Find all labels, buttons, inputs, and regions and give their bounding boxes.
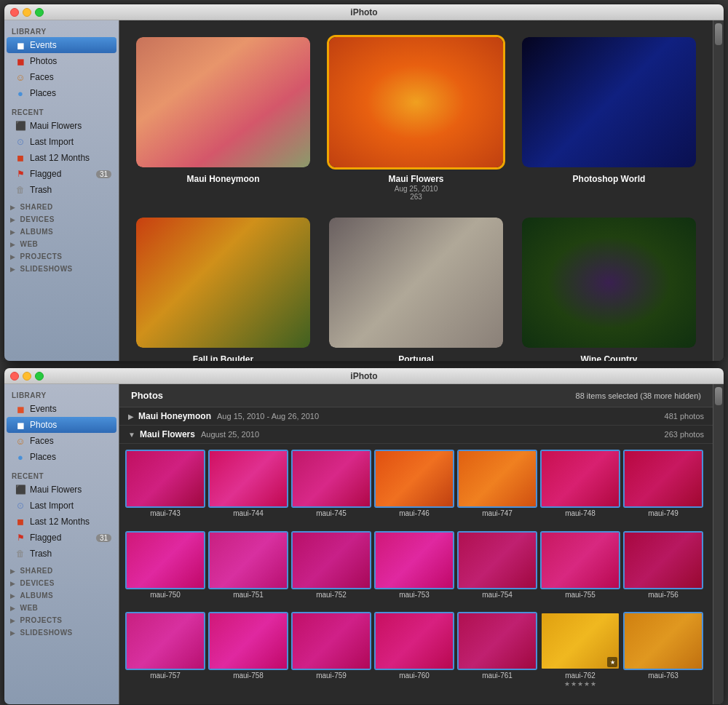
album-row-maui-flowers[interactable]: Maui Flowers August 25, 2010 263 photos	[119, 426, 713, 444]
photo-thumb-762[interactable]: ★ maui-762 ★ ★ ★ ★ ★	[540, 612, 620, 698]
flagged-badge-1: 31	[96, 170, 111, 178]
portugal-photo-img	[329, 218, 503, 348]
minimize-button-2[interactable]	[23, 372, 31, 381]
event-maui-flowers[interactable]: Maui Flowers Aug 25, 2010 263	[327, 35, 505, 201]
photos-icon-1: ◼	[15, 55, 26, 67]
album-count-honeymoon: 481 photos	[665, 412, 704, 421]
photo-label-756: maui-756	[648, 591, 678, 599]
photo-thumb-748[interactable]: maui-748	[540, 450, 620, 528]
photo-thumb-754[interactable]: maui-754	[457, 531, 537, 610]
minimize-button-1[interactable]	[23, 8, 31, 17]
events-grid: Maui Honeymoon Maui Flowers Aug 25, 2010…	[119, 20, 713, 361]
sidebar-item-events-2[interactable]: ◼ Events	[4, 401, 119, 417]
last-12-months-icon-1: ◼	[15, 152, 26, 164]
sidebar-item-trash-2[interactable]: 🗑 Trash	[4, 546, 119, 562]
sidebar-item-last-import-2[interactable]: ⊙ Last Import	[4, 498, 119, 514]
event-fall-boulder[interactable]: Fall in Boulder	[134, 215, 312, 361]
titlebar-2: iPhoto	[4, 368, 724, 384]
sidebar-item-photos-2[interactable]: ◼ Photos	[7, 417, 116, 433]
shared-section-1[interactable]: SHARED	[4, 201, 119, 213]
photo-thumb-752[interactable]: maui-752	[291, 531, 371, 610]
maximize-button-1[interactable]	[35, 8, 44, 17]
projects-section-2[interactable]: PROJECTS	[4, 614, 119, 626]
albums-section-1[interactable]: ALBUMS	[4, 226, 119, 238]
traffic-lights-1	[10, 8, 44, 17]
scrollbar-1[interactable]	[713, 20, 724, 361]
event-photoshop-world[interactable]: Photoshop World	[520, 35, 698, 201]
album-expand-maui-flowers[interactable]	[128, 431, 135, 439]
albums-label-1: ALBUMS	[20, 228, 54, 236]
photo-thumb-749[interactable]: maui-749	[623, 450, 703, 528]
projects-section-1[interactable]: PROJECTS	[4, 250, 119, 263]
sidebar-item-last-import-1[interactable]: ⊙ Last Import	[4, 134, 119, 150]
slideshows-section-2[interactable]: SLIDESHOWS	[4, 626, 119, 639]
photo-thumb-743[interactable]: maui-743	[125, 450, 205, 528]
photo-thumb-760[interactable]: maui-760	[374, 612, 454, 698]
sidebar-item-trash-1[interactable]: 🗑 Trash	[4, 182, 119, 198]
devices-section-1[interactable]: DEVICES	[4, 213, 119, 226]
events-icon-1: ◼	[15, 39, 26, 51]
sidebar-item-photos-1[interactable]: ◼ Photos	[4, 53, 119, 69]
photo-thumb-751[interactable]: maui-751	[208, 531, 288, 610]
sidebar-item-faces-2[interactable]: ☺ Faces	[4, 433, 119, 449]
close-button-2[interactable]	[10, 372, 19, 381]
close-button-1[interactable]	[10, 8, 19, 17]
scrollbar-2[interactable]	[713, 384, 724, 704]
event-thumb-maui-honeymoon	[134, 35, 312, 170]
album-row-honeymoon[interactable]: Maui Honeymoon Aug 15, 2010 - Aug 26, 20…	[119, 407, 713, 426]
star-1-762[interactable]: ★	[564, 680, 570, 688]
sidebar-item-faces-1[interactable]: ☺ Faces	[4, 69, 119, 85]
star-rating-762[interactable]: ★ ★ ★ ★ ★	[564, 680, 596, 688]
sidebar-item-events-1[interactable]: ◼ Events	[7, 37, 116, 53]
sidebar-item-places-1[interactable]: ● Places	[4, 85, 119, 101]
photo-img-760	[374, 612, 454, 670]
event-wine-country[interactable]: Wine Country	[520, 215, 698, 361]
event-maui-honeymoon[interactable]: Maui Honeymoon	[134, 35, 312, 201]
photo-thumb-756[interactable]: maui-756	[623, 531, 703, 610]
sidebar-item-flagged-2[interactable]: ⚑ Flagged 31	[4, 530, 119, 546]
photo-thumb-758[interactable]: maui-758	[208, 612, 288, 698]
album-expand-honeymoon[interactable]	[128, 413, 134, 421]
photo-thumb-761[interactable]: maui-761	[457, 612, 537, 698]
library-header-1: LIBRARY	[4, 25, 119, 37]
photo-thumb-745[interactable]: maui-745	[291, 450, 371, 528]
web-section-1[interactable]: WEB	[4, 238, 119, 250]
sidebar-label-faces-2: Faces	[30, 436, 111, 446]
star-3-762[interactable]: ★	[577, 680, 583, 688]
star-2-762[interactable]: ★	[571, 680, 577, 688]
photo-thumb-763[interactable]: maui-763	[623, 612, 703, 698]
sidebar-item-places-2[interactable]: ● Places	[4, 449, 119, 465]
sidebar-item-maui-flowers-2[interactable]: ⬛ Maui Flowers	[4, 482, 119, 498]
web-section-2[interactable]: WEB	[4, 602, 119, 614]
photo-thumb-746[interactable]: maui-746	[374, 450, 454, 528]
photo-label-751: maui-751	[233, 591, 264, 599]
star-4-762[interactable]: ★	[584, 680, 590, 688]
sidebar-2: LIBRARY ◼ Events ◼ Photos ☺ Faces ● Plac…	[4, 384, 119, 704]
sidebar-item-maui-flowers-1[interactable]: ⬛ Maui Flowers	[4, 118, 119, 134]
photo-thumb-747[interactable]: maui-747	[457, 450, 537, 528]
shared-section-2[interactable]: SHARED	[4, 565, 119, 577]
event-portugal[interactable]: Portugal	[327, 215, 505, 361]
photo-thumb-755[interactable]: maui-755	[540, 531, 620, 610]
sidebar-item-last-12-months-1[interactable]: ◼ Last 12 Months	[4, 150, 119, 166]
photo-thumb-753[interactable]: maui-753	[374, 531, 454, 610]
photo-thumb-750[interactable]: maui-750	[125, 531, 205, 610]
places-icon-1: ●	[15, 87, 26, 99]
library-header-2: LIBRARY	[4, 389, 119, 401]
star-5-762[interactable]: ★	[590, 680, 596, 688]
events-content: Maui Honeymoon Maui Flowers Aug 25, 2010…	[119, 20, 713, 361]
slideshows-section-1[interactable]: SLIDESHOWS	[4, 263, 119, 275]
event-name-maui-honeymoon: Maui Honeymoon	[186, 174, 259, 184]
albums-section-2[interactable]: ALBUMS	[4, 589, 119, 602]
photo-thumb-757[interactable]: maui-757	[125, 612, 205, 698]
photo-img-752	[291, 531, 371, 589]
sidebar-item-last-12-months-2[interactable]: ◼ Last 12 Months	[4, 514, 119, 530]
maximize-button-2[interactable]	[35, 372, 44, 381]
sidebar-label-photos-1: Photos	[30, 56, 111, 66]
devices-label-2: DEVICES	[20, 579, 55, 587]
sidebar-item-flagged-1[interactable]: ⚑ Flagged 31	[4, 166, 119, 182]
photo-thumb-744[interactable]: maui-744	[208, 450, 288, 528]
photo-thumb-759[interactable]: maui-759	[291, 612, 371, 698]
event-name-maui-flowers: Maui Flowers	[388, 174, 443, 184]
devices-section-2[interactable]: DEVICES	[4, 577, 119, 589]
